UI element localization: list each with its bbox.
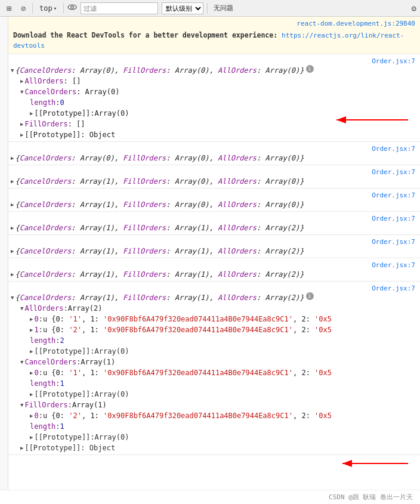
fillorders2-0[interactable]: ▶ 0: u {0: '2', 1: '0x90F8bf6A479f320ead… (8, 410, 420, 421)
obj-text-7: {CancelOrders: Array(1), FillOrders: Arr… (15, 269, 304, 280)
proto2-key: [[Prototype]] (24, 443, 81, 453)
cancelorders2-val: Array(1) (81, 357, 115, 367)
proto2-triangle[interactable]: ▶ (20, 443, 23, 453)
cancelorders2-proto-tri[interactable]: ▶ (30, 389, 33, 400)
allorders2-0-tri[interactable]: ▶ (30, 314, 33, 324)
proto2-obj-line[interactable]: ▶ [[Prototype]]: Object (8, 443, 420, 453)
cancelorders2-0[interactable]: ▶ 0: u {0: '1', 1: '0x90F8bf6A479f320ead… (8, 367, 420, 378)
obj-text-5: {CancelOrders: Array(1), FillOrders: Arr… (15, 222, 304, 233)
eye-icon[interactable] (67, 2, 77, 14)
obj-summary-1[interactable]: ▼ {CancelOrders: Array(0), FillOrders: A… (8, 65, 420, 76)
cancelorders2-header[interactable]: ▼ CancelOrders: Array(1) (8, 357, 420, 367)
obj-text-1: {CancelOrders: Array(0), FillOrders: Arr… (15, 65, 304, 76)
cancelorders-key: CancelOrders (24, 86, 76, 97)
allorders2-length-key: length (30, 335, 55, 346)
allorders2-val: Array(2) (68, 303, 103, 314)
fillorders-triangle[interactable]: ▶ (20, 119, 23, 129)
source-link-7[interactable]: Order.jsx:7 (372, 261, 415, 269)
cancelorders-triangle[interactable]: ▼ (20, 86, 23, 97)
fillorders2-proto-key: [[Prototype]] (34, 432, 90, 443)
obj-summary-7[interactable]: ▶ {CancelOrders: Array(1), FillOrders: A… (8, 269, 420, 280)
allorders2-triangle[interactable]: ▼ (20, 303, 23, 314)
obj-summary-5[interactable]: ▶ {CancelOrders: Array(1), FillOrders: A… (8, 222, 420, 233)
triangle-2[interactable]: ▶ (11, 153, 14, 163)
obj-text-6: {CancelOrders: Array(1), FillOrders: Arr… (15, 246, 304, 256)
allorders2-proto-tri[interactable]: ▶ (30, 346, 33, 357)
obj-summary-4[interactable]: ▶ {CancelOrders: Array(1), FillOrders: A… (8, 199, 420, 210)
source-link-3[interactable]: Order.jsx:7 (372, 168, 415, 176)
cancelorders-proto-triangle[interactable]: ▶ (30, 108, 33, 119)
cancelorders2-0-tri[interactable]: ▶ (30, 367, 33, 378)
allorders-colon: : [] (63, 76, 81, 86)
fillorders2-0-val: u {0: '2', 1: '0x90F8bf6A479f320ead07441… (43, 410, 332, 421)
allorders2-header[interactable]: ▼ AllOrders: Array(2) (8, 303, 420, 314)
triangle-3[interactable]: ▶ (11, 176, 14, 187)
triangle-7[interactable]: ▶ (11, 269, 14, 280)
allorders2-proto-key: [[Prototype]] (34, 346, 90, 357)
allorders-triangle[interactable]: ▶ (20, 76, 23, 86)
fillorders2-proto[interactable]: ▶ [[Prototype]]: Array(0) (8, 432, 420, 443)
react-warning-block: react-dom.development.js:29840 Download … (8, 17, 420, 54)
triangle-open-8[interactable]: ▼ (11, 292, 14, 303)
allorders2-proto[interactable]: ▶ [[Prototype]]: Array(0) (8, 346, 420, 357)
cancelorders2-triangle[interactable]: ▼ (20, 357, 23, 367)
cancelorders2-proto[interactable]: ▶ [[Prototype]]: Array(0) (8, 389, 420, 400)
triangle-4[interactable]: ▶ (11, 199, 14, 210)
structure-icon[interactable]: ⊞ (4, 3, 14, 14)
allorders-key: AllOrders (24, 76, 63, 86)
allorders2-1-tri[interactable]: ▶ (30, 324, 33, 335)
gear-icon[interactable]: ⚙ (412, 4, 416, 13)
source-link-4[interactable]: Order.jsx:7 (372, 191, 415, 199)
fillorders2-0-tri[interactable]: ▶ (30, 410, 33, 421)
level-select[interactable]: 默认级别 详细 信息 警告 错误 (162, 2, 203, 14)
fillorders-line[interactable]: ▶ FillOrders: [] (8, 119, 420, 129)
source-link-6[interactable]: Order.jsx:7 (372, 238, 415, 246)
fillorders2-length-key: length (30, 421, 55, 432)
source-link-5[interactable]: Order.jsx:7 (372, 215, 415, 222)
source-link-1[interactable]: Order.jsx:7 (372, 57, 415, 65)
allorders2-1[interactable]: ▶ 1: u {0: '2', 1: '0x90F8bf6A479f320ead… (8, 324, 420, 335)
allorders-line[interactable]: ▶ AllOrders: [] (8, 76, 420, 86)
proto-obj-line[interactable]: ▶ [[Prototype]]: Object (8, 129, 420, 140)
triangle-open-1[interactable]: ▼ (11, 65, 14, 76)
allorders2-0[interactable]: ▶ 0: u {0: '1', 1: '0x90F8bf6A479f320ead… (8, 314, 420, 324)
allorders2-0-key: 0 (34, 314, 38, 324)
circle-slash-icon[interactable]: ⊘ (18, 3, 29, 14)
obj-summary-8[interactable]: ▼ {CancelOrders: Array(1), FillOrders: A… (8, 292, 420, 303)
cancelorders-proto-key: [[Prototype]] (34, 108, 90, 119)
fillorders2-triangle[interactable]: ▼ (20, 400, 23, 410)
source-line-6: Order.jsx:7 (8, 236, 420, 246)
info-icon-1[interactable]: i (306, 65, 314, 73)
fillorders2-length-val: 1 (60, 421, 64, 432)
proto-triangle[interactable]: ▶ (20, 129, 23, 140)
cancelorders2-0-val: u {0: '1', 1: '0x90F8bf6A479f320ead07441… (43, 367, 332, 378)
info-icon-8[interactable]: i (306, 292, 314, 300)
cancelorders2-length-key: length (30, 378, 55, 389)
obj-text-8: {CancelOrders: Array(1), FillOrders: Arr… (15, 292, 304, 303)
triangle-5[interactable]: ▶ (11, 222, 14, 233)
toolbar-divider2 (63, 3, 64, 14)
allorders2-1-key: 1 (34, 324, 38, 335)
fillorders2-header[interactable]: ▼ FillOrders: Array(1) (8, 400, 420, 410)
obj-summary-6[interactable]: ▶ {CancelOrders: Array(1), FillOrders: A… (8, 246, 420, 256)
triangle-6[interactable]: ▶ (11, 246, 14, 256)
source-link-8[interactable]: Order.jsx:7 (372, 285, 415, 292)
obj-summary-3[interactable]: ▶ {CancelOrders: Array(1), FillOrders: A… (8, 176, 420, 187)
log-block-7: Order.jsx:7 ▶ {CancelOrders: Array(1), F… (8, 258, 420, 282)
obj-summary-2[interactable]: ▶ {CancelOrders: Array(0), FillOrders: A… (8, 153, 420, 163)
allorders2-proto-val: Array(0) (95, 346, 129, 357)
fillorders2-proto-tri[interactable]: ▶ (30, 432, 33, 443)
bottom-spacer (8, 455, 420, 485)
proto-key: [[Prototype]] (24, 129, 81, 140)
react-source-link[interactable]: react-dom.development.js:29840 (297, 20, 415, 27)
react-warning-source[interactable]: react-dom.development.js:29840 (13, 19, 415, 29)
fillorders2-0-key: 0 (34, 410, 38, 421)
cancelorders-line[interactable]: ▼ CancelOrders: Array(0) (8, 86, 420, 97)
filter-input[interactable] (81, 2, 158, 14)
cancelorders-proto-line[interactable]: ▶ [[Prototype]]: Array(0) (8, 108, 420, 119)
toolbar-divider (32, 3, 33, 14)
source-line-2: Order.jsx:7 (8, 143, 420, 153)
source-link-2[interactable]: Order.jsx:7 (372, 145, 415, 153)
top-dropdown[interactable]: top ▾ (36, 3, 60, 14)
cancelorders2-length: length: 1 (8, 378, 420, 389)
